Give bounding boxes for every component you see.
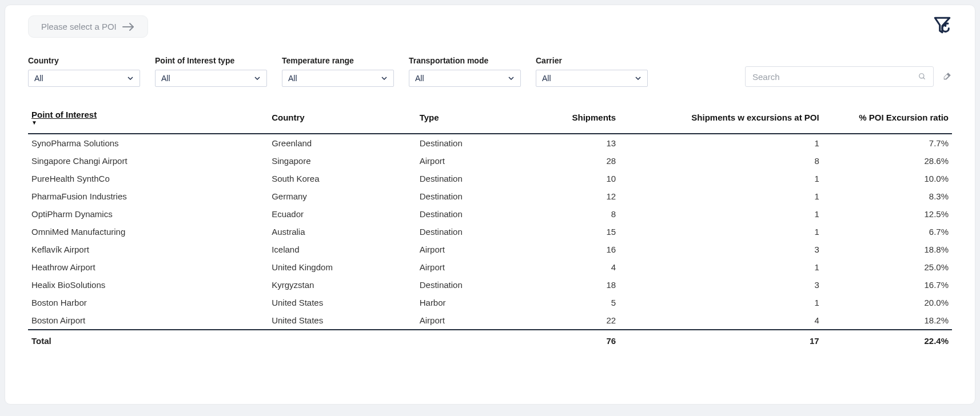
table-row[interactable]: Healix BioSolutionsKyrgyzstanDestination… [28, 276, 952, 294]
filter-poi-type-select[interactable]: All [155, 70, 267, 87]
cell-type: Destination [416, 170, 527, 187]
clear-filters-icon[interactable] [942, 71, 952, 82]
cell-excursions: 8 [619, 152, 823, 170]
cell-poi: OptiPharm Dynamics [28, 205, 268, 223]
table-row[interactable]: SynoPharma SolutionsGreenlandDestination… [28, 134, 952, 152]
svg-line-3 [923, 78, 925, 79]
cell-ratio: 8.3% [823, 187, 952, 205]
column-header-country[interactable]: Country [268, 104, 416, 134]
cell-poi: PureHealth SynthCo [28, 170, 268, 187]
poi-table: Point of Interest ▼ Country Type Shipmen… [28, 104, 952, 351]
table-row[interactable]: Boston AirportUnited StatesAirport22418.… [28, 311, 952, 330]
chevron-down-icon [127, 75, 134, 82]
table-row[interactable]: Singapore Changi AirportSingaporeAirport… [28, 152, 952, 170]
total-excursions: 17 [619, 330, 823, 351]
column-header-excursions[interactable]: Shipments w excursions at POI [619, 104, 823, 134]
cell-excursions: 3 [619, 241, 823, 258]
cell-shipments: 22 [527, 311, 620, 330]
cell-poi: SynoPharma Solutions [28, 134, 268, 152]
cell-excursions: 1 [619, 205, 823, 223]
filter-carrier: Carrier All [536, 56, 648, 87]
cell-shipments: 28 [527, 152, 620, 170]
filter-country-value: All [34, 74, 43, 83]
filter-temp-range-select[interactable]: All [282, 70, 394, 87]
cell-poi: PharmaFusion Industries [28, 187, 268, 205]
cell-ratio: 20.0% [823, 294, 952, 311]
cell-shipments: 10 [527, 170, 620, 187]
cell-country: Ecuador [268, 205, 416, 223]
table-row[interactable]: PharmaFusion IndustriesGermanyDestinatio… [28, 187, 952, 205]
filter-poi-type: Point of Interest type All [155, 56, 267, 87]
cell-poi: OmniMed Manufacturing [28, 223, 268, 241]
cell-type: Destination [416, 205, 527, 223]
cell-country: South Korea [268, 170, 416, 187]
arrow-right-icon [122, 22, 135, 31]
table-total-row: Total 76 17 22.4% [28, 330, 952, 351]
cell-shipments: 18 [527, 276, 620, 294]
filter-carrier-select[interactable]: All [536, 70, 648, 87]
filter-poi-type-value: All [161, 74, 170, 83]
cell-poi: Boston Harbor [28, 294, 268, 311]
filter-transport-mode-label: Transportation mode [409, 56, 521, 65]
cell-type: Airport [416, 311, 527, 330]
cell-ratio: 25.0% [823, 258, 952, 276]
chevron-down-icon [635, 75, 642, 82]
cell-country: Singapore [268, 152, 416, 170]
search-box[interactable] [745, 66, 934, 87]
cell-country: United States [268, 294, 416, 311]
cell-poi: Boston Airport [28, 311, 268, 330]
cell-shipments: 16 [527, 241, 620, 258]
column-header-type[interactable]: Type [416, 104, 527, 134]
search-input[interactable] [752, 72, 913, 82]
cell-shipments: 4 [527, 258, 620, 276]
table-row[interactable]: Heathrow AirportUnited KingdomAirport412… [28, 258, 952, 276]
cell-ratio: 18.8% [823, 241, 952, 258]
cell-country: Kyrgyzstan [268, 276, 416, 294]
filter-poi-type-label: Point of Interest type [155, 56, 267, 65]
filter-transport-mode-select[interactable]: All [409, 70, 521, 87]
topbar: Please select a POI [28, 15, 952, 38]
filter-country: Country All [28, 56, 140, 87]
total-ratio: 22.4% [823, 330, 952, 351]
cell-ratio: 18.2% [823, 311, 952, 330]
cell-excursions: 1 [619, 294, 823, 311]
table-row[interactable]: Boston HarborUnited StatesHarbor5120.0% [28, 294, 952, 311]
cell-excursions: 1 [619, 187, 823, 205]
column-header-poi[interactable]: Point of Interest ▼ [28, 104, 268, 134]
cell-poi: Heathrow Airport [28, 258, 268, 276]
filter-temp-range-value: All [288, 74, 297, 83]
poi-select-label: Please select a POI [41, 22, 117, 31]
column-header-shipments[interactable]: Shipments [527, 104, 620, 134]
table-row[interactable]: PureHealth SynthCoSouth KoreaDestination… [28, 170, 952, 187]
column-header-ratio[interactable]: % POI Excursion ratio [823, 104, 952, 134]
cell-type: Airport [416, 152, 527, 170]
filter-carrier-label: Carrier [536, 56, 648, 65]
cell-poi: Singapore Changi Airport [28, 152, 268, 170]
cell-shipments: 8 [527, 205, 620, 223]
cell-type: Harbor [416, 294, 527, 311]
chevron-down-icon [381, 75, 388, 82]
filters-row: Country All Point of Interest type All T… [28, 56, 952, 87]
column-header-poi-label: Point of Interest [31, 110, 97, 119]
cell-shipments: 12 [527, 187, 620, 205]
sort-desc-icon: ▼ [31, 121, 37, 125]
cell-excursions: 1 [619, 134, 823, 152]
cell-ratio: 7.7% [823, 134, 952, 152]
filter-transport-mode: Transportation mode All [409, 56, 521, 87]
chevron-down-icon [508, 75, 515, 82]
cell-excursions: 1 [619, 258, 823, 276]
table-row[interactable]: Keflavík AirportIcelandAirport16318.8% [28, 241, 952, 258]
cell-country: United States [268, 311, 416, 330]
table-row[interactable]: OptiPharm DynamicsEcuadorDestination8112… [28, 205, 952, 223]
filter-country-select[interactable]: All [28, 70, 140, 87]
cell-type: Destination [416, 223, 527, 241]
table-row[interactable]: OmniMed ManufacturingAustraliaDestinatio… [28, 223, 952, 241]
cell-poi: Keflavík Airport [28, 241, 268, 258]
cell-type: Destination [416, 134, 527, 152]
poi-select-button[interactable]: Please select a POI [28, 15, 148, 38]
dashboard-card: Please select a POI Country All Po [5, 5, 975, 405]
cell-excursions: 1 [619, 170, 823, 187]
cell-ratio: 10.0% [823, 170, 952, 187]
cell-ratio: 28.6% [823, 152, 952, 170]
cell-shipments: 13 [527, 134, 620, 152]
